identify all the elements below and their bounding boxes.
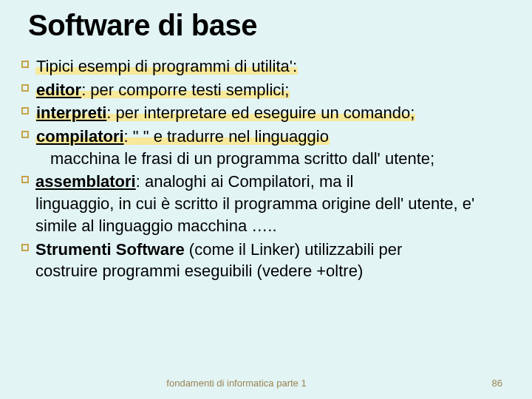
item-line: interpreti: per interpretare ed eseguire… bbox=[35, 103, 415, 122]
item-continuation: macchina le frasi di un programma scritt… bbox=[35, 148, 511, 170]
footer-text: fondamenti di informatica parte 1 bbox=[0, 378, 473, 389]
item-line: editor: per comporre testi semplici; bbox=[35, 81, 290, 99]
item-line: compilatori: " " e tradurre nel linguagg… bbox=[35, 127, 330, 146]
bullet-icon bbox=[21, 175, 30, 184]
item-term: compilatori bbox=[36, 127, 124, 146]
list-item: assemblatori: analoghi ai Compilatori, m… bbox=[21, 171, 511, 236]
item-continuation: costruire programmi eseguibili (vedere +… bbox=[35, 260, 511, 282]
list-item: Strumenti Software (come il Linker) util… bbox=[21, 239, 511, 282]
page-number: 86 bbox=[473, 378, 502, 389]
item-text: : per interpretare ed eseguire un comand… bbox=[106, 103, 415, 122]
bullet-icon bbox=[21, 106, 30, 115]
list-item: editor: per comporre testi semplici; bbox=[21, 79, 511, 101]
slide-footer: fondamenti di informatica parte 1 86 bbox=[0, 378, 532, 389]
item-term: editor bbox=[36, 81, 81, 99]
bullet-icon bbox=[21, 130, 30, 139]
item-text: Tipici esempi di programmi di utilita': bbox=[35, 57, 298, 75]
svg-rect-3 bbox=[23, 86, 27, 90]
item-line: Strumenti Software (come il Linker) util… bbox=[35, 240, 402, 259]
svg-rect-5 bbox=[23, 109, 27, 113]
list-item: Tipici esempi di programmi di utilita': bbox=[21, 55, 511, 78]
list-item: compilatori: " " e tradurre nel linguagg… bbox=[21, 126, 511, 169]
slide-title: Software di base bbox=[28, 9, 511, 42]
item-term: Strumenti Software bbox=[35, 240, 185, 259]
item-text: : per comporre testi semplici; bbox=[81, 81, 289, 99]
item-text: : analoghi ai Compilatori, ma il bbox=[136, 172, 354, 191]
bullet-icon bbox=[21, 243, 30, 252]
svg-rect-9 bbox=[23, 177, 27, 182]
item-text: : " " e tradurre nel linguaggio bbox=[124, 127, 329, 146]
slide: Software di base Tipici esempi di progra… bbox=[0, 0, 532, 282]
bullet-list: Tipici esempi di programmi di utilita': … bbox=[21, 55, 511, 282]
bullet-icon bbox=[21, 83, 30, 92]
item-line: assemblatori: analoghi ai Compilatori, m… bbox=[35, 172, 353, 191]
item-term: interpreti bbox=[36, 103, 106, 122]
list-item: interpreti: per interpretare ed eseguire… bbox=[21, 102, 511, 124]
item-continuation: linguaggio, in cui è scritto il programm… bbox=[35, 193, 511, 236]
bullet-icon bbox=[21, 60, 30, 69]
svg-rect-1 bbox=[23, 62, 27, 66]
item-term: assemblatori bbox=[35, 172, 136, 191]
svg-rect-7 bbox=[23, 132, 27, 137]
item-text: (come il Linker) utilizzabili per bbox=[185, 240, 403, 259]
svg-rect-11 bbox=[23, 245, 27, 250]
